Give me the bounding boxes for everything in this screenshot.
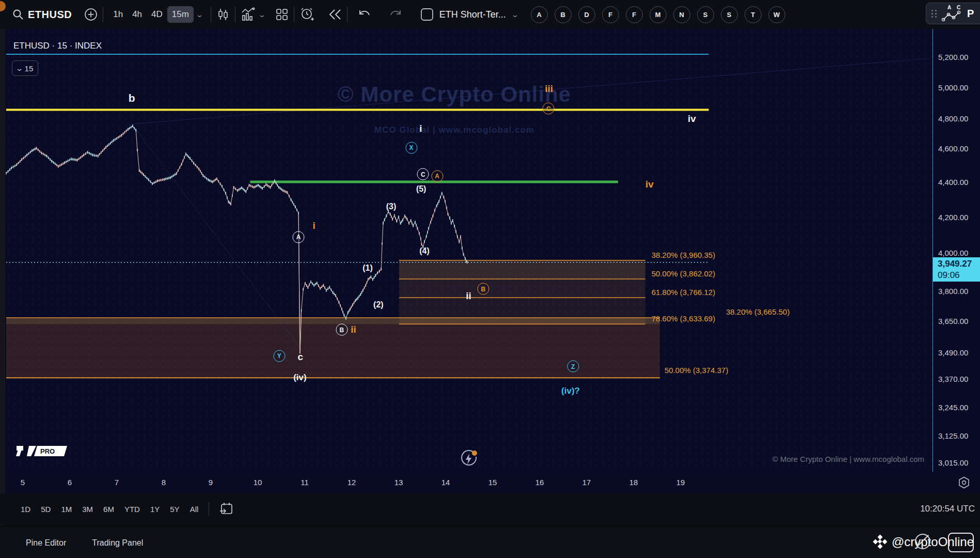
price-tick: 3,650.00 bbox=[938, 317, 968, 326]
trading-panel-tab[interactable]: Trading Panel bbox=[92, 538, 143, 548]
wave-label-b[interactable]: b bbox=[129, 92, 135, 104]
template-selector[interactable]: ETH Short-Ter... bbox=[439, 9, 506, 20]
timeframe-button-4h[interactable]: 4h bbox=[128, 6, 147, 23]
wave-label-iv[interactable]: (iv) bbox=[293, 373, 307, 383]
indicators-chevron-down-icon[interactable]: ⌄ bbox=[254, 11, 270, 19]
wave-label-iv[interactable]: iv bbox=[645, 179, 654, 190]
wave-label-iii[interactable]: iii bbox=[545, 83, 553, 95]
range-button-YTD[interactable]: YTD bbox=[119, 501, 145, 518]
symbol-search-button[interactable]: ETHUSD bbox=[28, 9, 72, 21]
hide-drawings-checkbox[interactable] bbox=[420, 7, 434, 22]
symbol-legend[interactable]: ETHUSD · 15 · INDEX bbox=[13, 41, 102, 51]
wave-label-4[interactable]: (4) bbox=[419, 246, 430, 256]
wave-label-3[interactable]: (3) bbox=[386, 202, 397, 211]
chart-pane[interactable]: © More Crypto Online MCO Global | www.mc… bbox=[5, 29, 933, 472]
price-tick: 4,200.00 bbox=[938, 213, 968, 222]
candle-style-icon[interactable] bbox=[216, 8, 230, 21]
timeframe-chevron-down-icon[interactable]: ⌄ bbox=[191, 11, 208, 19]
wave-circle-label-B[interactable]: B bbox=[336, 324, 347, 336]
timeframe-group: 1h4h4D15m bbox=[108, 6, 194, 23]
wave-label-i[interactable]: i bbox=[313, 220, 315, 231]
go-to-date-icon[interactable] bbox=[218, 501, 234, 517]
layout-tab-button-N[interactable]: N bbox=[673, 6, 690, 23]
range-button-1D[interactable]: 1D bbox=[15, 501, 36, 518]
timeframe-button-4D[interactable]: 4D bbox=[147, 6, 167, 23]
interval-dropdown-button[interactable]: ⌄ 15 bbox=[12, 60, 38, 76]
range-button-5Y[interactable]: 5Y bbox=[165, 501, 184, 518]
price-tick: 3,125.00 bbox=[938, 431, 968, 440]
timeframe-button-15m[interactable]: 15m bbox=[167, 6, 194, 23]
binance-diamond-icon bbox=[872, 534, 888, 550]
time-tick: 11 bbox=[301, 478, 309, 487]
wave-circle-label-A[interactable]: A bbox=[431, 170, 443, 182]
wave-label-5[interactable]: (5) bbox=[416, 184, 426, 194]
floating-drawing-panel[interactable]: A C P bbox=[926, 3, 980, 24]
wave-label-ii[interactable]: ii bbox=[466, 290, 471, 302]
wave-label-iv[interactable]: iv bbox=[688, 113, 696, 125]
redo-icon[interactable] bbox=[389, 9, 402, 20]
undo-icon[interactable] bbox=[358, 9, 371, 20]
fib-level-label: 50.00% (3,374.37) bbox=[665, 366, 728, 375]
range-button-3M[interactable]: 3M bbox=[77, 501, 98, 518]
layout-tab-button-T[interactable]: T bbox=[745, 6, 762, 23]
toolbar-divider bbox=[235, 7, 235, 22]
range-button-5D[interactable]: 5D bbox=[36, 501, 56, 518]
drag-handle-icon[interactable] bbox=[931, 10, 937, 18]
layout-tab-button-F[interactable]: F bbox=[602, 6, 619, 23]
wave-label-1[interactable]: (1) bbox=[362, 264, 373, 273]
wave-label-iv[interactable]: (iv)? bbox=[561, 386, 580, 396]
layout-tab-button-D[interactable]: D bbox=[578, 6, 595, 23]
timeframe-button-1h[interactable]: 1h bbox=[108, 6, 128, 23]
alert-icon[interactable] bbox=[299, 7, 315, 22]
range-divider bbox=[209, 502, 209, 516]
layout-tab-button-W[interactable]: W bbox=[768, 6, 785, 23]
scale-settings-icon[interactable] bbox=[957, 476, 971, 491]
wave-label-i[interactable]: i bbox=[419, 123, 422, 134]
collapsed-drawing-toolbar[interactable] bbox=[0, 29, 5, 558]
range-button-1Y[interactable]: 1Y bbox=[145, 501, 165, 518]
tradingview-logo[interactable]: PRO bbox=[15, 445, 76, 458]
toolbar-divider bbox=[294, 7, 294, 22]
utc-clock[interactable]: 10:20:54 UTC bbox=[920, 493, 975, 524]
template-chevron-down-icon[interactable]: ⌄ bbox=[507, 11, 523, 19]
wave-label-2[interactable]: (2) bbox=[373, 300, 384, 309]
compare-add-icon[interactable] bbox=[84, 8, 98, 21]
price-tick: 4,000.00 bbox=[938, 249, 968, 257]
price-axis[interactable]: 5,200.005,000.004,800.004,600.004,400.00… bbox=[933, 29, 980, 472]
wave-circle-label-B[interactable]: B bbox=[477, 283, 489, 295]
range-button-1M[interactable]: 1M bbox=[56, 501, 77, 518]
wave-circle-label-Y[interactable]: Y bbox=[273, 350, 285, 362]
range-button-All[interactable]: All bbox=[185, 501, 204, 518]
elliott-abc-pattern-icon[interactable]: A C bbox=[941, 4, 964, 23]
channel-slash-o-decor bbox=[915, 534, 930, 549]
price-tick: 4,600.00 bbox=[938, 144, 968, 153]
wave-label-ii[interactable]: ii bbox=[351, 324, 356, 335]
fib-level-label: 61.80% (3,766.12) bbox=[652, 288, 715, 297]
pine-editor-tab[interactable]: Pine Editor bbox=[26, 538, 66, 548]
layout-tab-button-M[interactable]: M bbox=[650, 6, 667, 23]
layout-grid-icon[interactable] bbox=[275, 8, 289, 21]
lightning-publish-icon[interactable] bbox=[459, 448, 479, 471]
bar-replay-icon[interactable] bbox=[328, 9, 342, 20]
time-tick: 18 bbox=[629, 478, 638, 487]
current-price-badge: 3,949.27 09:06 bbox=[933, 257, 980, 282]
wave-circle-label-C[interactable]: C bbox=[543, 103, 555, 115]
account-avatar[interactable] bbox=[0, 1, 6, 11]
tradingview-window: ETHUSD 1h4h4D15m ⌄ ⌄ bbox=[0, 0, 980, 558]
wave-circle-label-Z[interactable]: Z bbox=[567, 361, 579, 373]
time-tick: 19 bbox=[676, 478, 685, 487]
layout-tab-button-A[interactable]: A bbox=[531, 6, 548, 23]
wave-circle-label-X[interactable]: X bbox=[405, 142, 417, 153]
wave-label-c[interactable]: c bbox=[298, 351, 304, 363]
wave-circle-label-A[interactable]: A bbox=[293, 231, 305, 243]
layout-tab-button-F[interactable]: F bbox=[626, 6, 643, 23]
search-icon[interactable] bbox=[12, 9, 24, 20]
channel-box-decor bbox=[948, 533, 974, 552]
layout-tab-button-S[interactable]: S bbox=[721, 6, 738, 23]
layout-tab-button-B[interactable]: B bbox=[555, 6, 572, 23]
layout-tab-button-S[interactable]: S bbox=[697, 6, 714, 23]
price-tick: 4,800.00 bbox=[938, 114, 968, 123]
wave-circle-label-C[interactable]: C bbox=[417, 168, 429, 180]
range-button-6M[interactable]: 6M bbox=[98, 501, 119, 518]
time-axis[interactable]: 5678910111213141516171819 bbox=[5, 472, 980, 493]
